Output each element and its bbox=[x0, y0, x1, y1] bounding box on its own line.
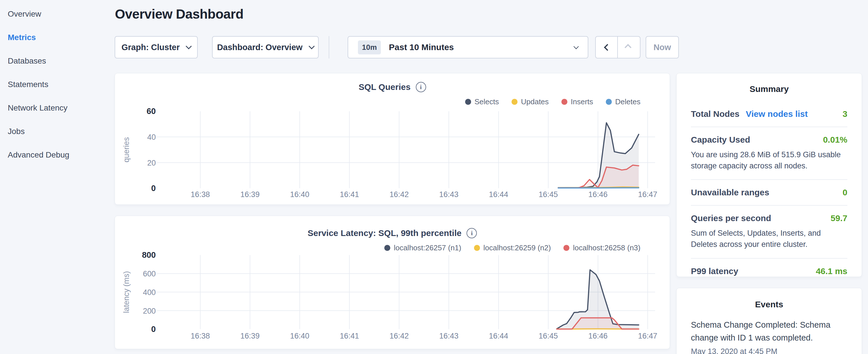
next-range-button[interactable] bbox=[618, 37, 640, 58]
summary-row-value: 0.01% bbox=[823, 135, 847, 144]
summary-row-label: Queries per second bbox=[691, 213, 771, 223]
x-tick-label: 16:39 bbox=[241, 332, 260, 340]
y-axis-title: latency (ms) bbox=[122, 271, 131, 313]
x-tick-label: 16:46 bbox=[588, 190, 608, 199]
sidebar-item-network-latency[interactable]: Network Latency bbox=[0, 96, 115, 120]
x-tick-label: 16:47 bbox=[638, 332, 657, 340]
service-latency-chart-card: Service Latency: SQL, 99th percentile i … bbox=[115, 216, 670, 349]
sidebar-item-label: Metrics bbox=[8, 33, 36, 42]
sidebar-item-label: Network Latency bbox=[8, 103, 68, 112]
sidebar-item-label: Jobs bbox=[8, 127, 25, 136]
chevron-right-icon bbox=[624, 44, 631, 51]
x-tick-label: 16:45 bbox=[539, 190, 558, 199]
sidebar-item-label: Advanced Debug bbox=[8, 150, 69, 160]
x-tick-label: 16:39 bbox=[241, 190, 260, 199]
now-button[interactable]: Now bbox=[646, 36, 679, 58]
sidebar-item-label: Databases bbox=[8, 57, 46, 66]
y-tick-label: 40 bbox=[147, 133, 156, 141]
chevron-down-icon bbox=[308, 43, 314, 49]
y-tick-label: 20 bbox=[147, 159, 156, 167]
sidebar: Overview Metrics Databases Statements Ne… bbox=[0, 0, 115, 354]
summary-row-total-nodes: Total Nodes View nodes list 3 bbox=[691, 101, 847, 127]
summary-title: Summary bbox=[691, 84, 847, 94]
summary-row-value: 0 bbox=[842, 188, 847, 197]
service-latency-plot[interactable]: 16:3816:3916:4016:4116:4216:4316:4416:45… bbox=[115, 216, 670, 349]
sidebar-item-label: Statements bbox=[8, 80, 49, 89]
summary-row-capacity-used: Capacity Used 0.01% You are using 28.6 M… bbox=[691, 127, 847, 180]
x-tick-label: 16:46 bbox=[588, 332, 608, 340]
chevron-down-icon bbox=[186, 43, 192, 49]
time-range-badge: 10m bbox=[358, 40, 381, 55]
summary-row-queries-per-second: Queries per second 59.7 Sum of Selects, … bbox=[691, 206, 847, 258]
sidebar-item-overview[interactable]: Overview bbox=[0, 2, 115, 26]
x-tick-label: 16:43 bbox=[439, 332, 459, 340]
x-tick-label: 16:45 bbox=[539, 332, 558, 340]
x-tick-label: 16:42 bbox=[390, 190, 409, 199]
summary-row-label: Unavailable ranges bbox=[691, 188, 769, 197]
x-tick-label: 16:47 bbox=[638, 190, 657, 199]
sidebar-item-advanced-debug[interactable]: Advanced Debug bbox=[0, 143, 115, 167]
dashboard-dropdown-label: Dashboard: Overview bbox=[217, 43, 302, 52]
y-tick-label: 60 bbox=[147, 106, 156, 116]
y-tick-label: 0 bbox=[151, 184, 156, 193]
x-tick-label: 16:38 bbox=[191, 190, 210, 199]
x-tick-label: 16:41 bbox=[340, 332, 359, 340]
y-tick-label: 600 bbox=[143, 269, 156, 278]
now-button-label: Now bbox=[653, 43, 671, 52]
sidebar-item-jobs[interactable]: Jobs bbox=[0, 120, 115, 143]
time-pager bbox=[595, 36, 641, 58]
x-tick-label: 16:38 bbox=[191, 332, 210, 340]
time-range-selector[interactable]: 10m Past 10 Minutes bbox=[348, 36, 588, 58]
summary-row-value: 3 bbox=[842, 109, 847, 119]
summary-row-note: You are using 28.6 MiB of 515.9 GiB usab… bbox=[691, 149, 847, 171]
event-item-text[interactable]: Schema Change Completed: Schema change w… bbox=[691, 319, 847, 344]
dashboard-dropdown[interactable]: Dashboard: Overview bbox=[212, 36, 319, 58]
sidebar-item-databases[interactable]: Databases bbox=[0, 49, 115, 73]
sql-queries-plot[interactable]: 16:3816:3916:4016:4116:4216:4316:4416:45… bbox=[115, 73, 670, 204]
x-tick-label: 16:44 bbox=[489, 332, 508, 340]
view-nodes-list-link[interactable]: View nodes list bbox=[746, 109, 808, 119]
summary-row-value: 59.7 bbox=[831, 213, 847, 223]
x-tick-label: 16:43 bbox=[439, 190, 459, 199]
summary-row-value: 46.1 ms bbox=[816, 266, 847, 276]
chevron-left-icon bbox=[604, 44, 611, 51]
overview-dashboard-page: { "sidebar": { "items": [ { "label": "Ov… bbox=[0, 0, 868, 354]
x-tick-label: 16:40 bbox=[290, 190, 309, 199]
chevron-down-icon bbox=[574, 44, 579, 49]
summary-row-note: Sum of Selects, Updates, Inserts, and De… bbox=[691, 228, 847, 250]
y-tick-label: 400 bbox=[143, 288, 156, 297]
sidebar-item-label: Overview bbox=[8, 9, 41, 19]
summary-row-label: P99 latency bbox=[691, 266, 738, 276]
y-axis-title: queries bbox=[122, 137, 131, 162]
x-tick-label: 16:42 bbox=[390, 332, 409, 340]
events-panel: Events Schema Change Completed: Schema c… bbox=[676, 288, 862, 354]
graph-dropdown-label: Graph: Cluster bbox=[122, 43, 180, 52]
event-item-time: May 13, 2020 at 4:45 PM bbox=[691, 347, 847, 354]
prev-range-button[interactable] bbox=[596, 37, 618, 58]
toolbar-divider bbox=[329, 36, 329, 58]
sidebar-item-metrics[interactable]: Metrics bbox=[0, 26, 115, 49]
x-tick-label: 16:40 bbox=[290, 332, 309, 340]
sql-queries-chart-card: SQL Queries i SelectsUpdatesInsertsDelet… bbox=[115, 73, 670, 205]
y-tick-label: 200 bbox=[143, 307, 156, 315]
events-title: Events bbox=[691, 299, 847, 309]
sidebar-item-statements[interactable]: Statements bbox=[0, 73, 115, 96]
time-range-label: Past 10 Minutes bbox=[389, 42, 454, 52]
page-title: Overview Dashboard bbox=[115, 6, 244, 22]
x-tick-label: 16:44 bbox=[489, 190, 508, 199]
summary-row-p99-latency: P99 latency 46.1 ms bbox=[691, 259, 847, 284]
summary-row-unavailable-ranges: Unavailable ranges 0 bbox=[691, 180, 847, 206]
x-tick-label: 16:41 bbox=[340, 190, 359, 199]
summary-panel: Summary Total Nodes View nodes list 3 Ca… bbox=[676, 73, 862, 277]
summary-row-label: Capacity Used bbox=[691, 135, 750, 144]
y-tick-label: 0 bbox=[151, 324, 156, 334]
summary-rows: Total Nodes View nodes list 3 Capacity U… bbox=[691, 101, 847, 284]
y-tick-label: 800 bbox=[142, 250, 156, 259]
graph-dropdown[interactable]: Graph: Cluster bbox=[115, 36, 198, 58]
summary-row-label: Total Nodes bbox=[691, 109, 739, 119]
